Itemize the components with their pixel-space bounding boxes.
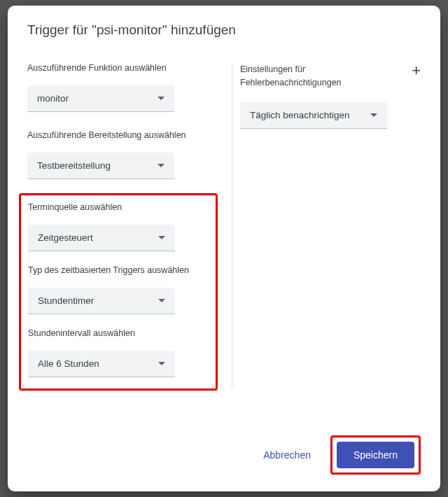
function-group: Auszuführende Funktion auswählen monitor: [27, 63, 223, 112]
source-group: Terminquelle auswählen Zeitgesteuert: [28, 202, 206, 251]
chevron-down-icon: [158, 236, 165, 239]
highlight-box-time-settings: Terminquelle auswählen Zeitgesteuert Typ…: [19, 193, 218, 391]
column-right: Einstellungen für Fehlerbenachrichtigung…: [240, 63, 421, 430]
source-label: Terminquelle auswählen: [28, 202, 206, 212]
modal-footer: Abbrechen Speichern: [27, 435, 421, 475]
chevron-down-icon: [158, 362, 165, 365]
trigger-type-label: Typ des zeitbasierten Triggers auswählen: [28, 265, 206, 275]
interval-group: Stundenintervall auswählen Alle 6 Stunde…: [28, 328, 206, 377]
source-select[interactable]: Zeitgesteuert: [28, 225, 175, 251]
add-trigger-modal: Trigger für "psi-monitor" hinzufügen Aus…: [8, 6, 440, 491]
trigger-type-group: Typ des zeitbasierten Triggers auswählen…: [28, 265, 206, 314]
plus-icon[interactable]: +: [412, 63, 421, 78]
save-button[interactable]: Speichern: [337, 442, 414, 468]
notify-select[interactable]: Täglich benachrichtigen: [240, 102, 387, 129]
trigger-type-select[interactable]: Stundentimer: [28, 288, 175, 314]
chevron-down-icon: [158, 97, 164, 100]
interval-label: Stundenintervall auswählen: [28, 328, 206, 338]
column-divider: [232, 63, 232, 388]
modal-title: Trigger für "psi-monitor" hinzufügen: [27, 22, 421, 38]
notify-header: Einstellungen für Fehlerbenachrichtigung…: [240, 63, 421, 90]
column-left: Auszuführende Funktion auswählen monitor…: [27, 63, 223, 430]
chevron-down-icon: [158, 299, 165, 302]
function-select[interactable]: monitor: [27, 85, 174, 112]
deployment-value: Testbereitstellung: [37, 160, 111, 171]
cancel-button[interactable]: Abbrechen: [252, 442, 322, 468]
highlight-box-save: Speichern: [330, 435, 421, 475]
deployment-select[interactable]: Testbereitstellung: [27, 153, 174, 179]
modal-columns: Auszuführende Funktion auswählen monitor…: [27, 63, 421, 430]
chevron-down-icon: [158, 164, 164, 167]
notify-value: Täglich benachrichtigen: [250, 110, 350, 120]
deployment-group: Auszuführende Bereitstellung auswählen T…: [27, 130, 223, 179]
chevron-down-icon: [370, 113, 377, 117]
source-value: Zeitgesteuert: [38, 232, 93, 243]
interval-select[interactable]: Alle 6 Stunden: [28, 351, 175, 377]
deployment-label: Auszuführende Bereitstellung auswählen: [27, 130, 223, 140]
trigger-type-value: Stundentimer: [38, 295, 94, 306]
interval-value: Alle 6 Stunden: [38, 358, 99, 369]
function-value: monitor: [37, 93, 69, 104]
function-label: Auszuführende Funktion auswählen: [27, 63, 223, 73]
notify-label: Einstellungen für Fehlerbenachrichtigung…: [240, 63, 352, 90]
